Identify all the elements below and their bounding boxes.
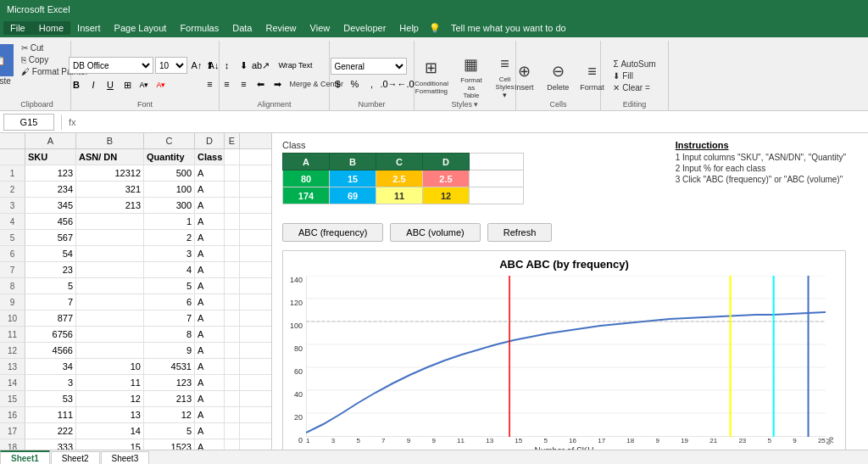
menu-file[interactable]: File — [3, 21, 32, 35]
row-num-5[interactable]: 5 — [0, 230, 25, 245]
cell-asn-16[interactable]: 13 — [76, 407, 144, 422]
cell-e-5[interactable] — [225, 230, 240, 245]
cell-e-7[interactable] — [225, 262, 240, 277]
cell-asn-18[interactable]: 15 — [76, 439, 144, 450]
cell-class-11[interactable]: A — [195, 327, 225, 342]
currency-button[interactable]: $ — [331, 76, 346, 92]
row-num-10[interactable]: 10 — [0, 310, 25, 326]
cell-asn-13[interactable]: 10 — [76, 359, 144, 374]
cell-sku-13[interactable]: 34 — [25, 359, 76, 374]
sheet-tab-1[interactable]: Sheet1 — [0, 450, 50, 464]
cell-asn-7[interactable] — [76, 262, 144, 277]
cell-asn-header[interactable]: ASN/ DN — [76, 149, 144, 165]
cell-qty-14[interactable]: 123 — [144, 375, 195, 390]
cell-sku-4[interactable]: 456 — [25, 214, 76, 229]
col-header-b[interactable]: B — [76, 133, 144, 148]
col-header-c[interactable]: C — [144, 133, 195, 148]
col-header-d[interactable]: D — [195, 133, 225, 148]
cell-qty-2[interactable]: 100 — [144, 182, 195, 197]
border-button[interactable]: ⊞ — [120, 77, 135, 92]
menu-developer[interactable]: Developer — [337, 21, 392, 35]
row-num-14[interactable]: 14 — [0, 375, 25, 390]
delete-cells-button[interactable]: ⊖ Delete — [542, 57, 574, 94]
menu-home[interactable]: Home — [32, 21, 70, 35]
menu-review[interactable]: Review — [259, 21, 303, 35]
cell-e-9[interactable] — [225, 294, 240, 310]
cell-e-18[interactable] — [225, 439, 240, 450]
cell-class-1[interactable]: A — [195, 165, 225, 181]
cell-class-16[interactable]: A — [195, 407, 225, 422]
menu-tell-me[interactable]: Tell me what you want to do — [444, 21, 573, 35]
increase-decimal[interactable]: .0→ — [381, 76, 397, 92]
align-center[interactable]: ≡ — [220, 76, 235, 92]
cell-sku-16[interactable]: 111 — [25, 407, 76, 422]
cell-class-header[interactable]: Class — [195, 149, 225, 165]
row-num-1[interactable]: 1 — [0, 165, 25, 181]
font-name-select[interactable]: DB Office — [69, 57, 153, 74]
cell-class-10[interactable]: A — [195, 310, 225, 326]
cell-qty-4[interactable]: 1 — [144, 214, 195, 229]
cell-asn-1[interactable]: 12312 — [76, 165, 144, 181]
cell-sku-6[interactable]: 54 — [25, 246, 76, 261]
percent-button[interactable]: % — [348, 76, 363, 92]
align-middle[interactable]: ↕ — [220, 58, 235, 73]
cell-e-10[interactable] — [225, 310, 240, 326]
col-header-e[interactable]: E — [225, 133, 240, 148]
fill-color-button[interactable]: A▾ — [136, 77, 152, 92]
cell-class-14[interactable]: A — [195, 375, 225, 390]
cell-asn-3[interactable]: 213 — [76, 198, 144, 213]
cell-asn-10[interactable] — [76, 310, 144, 326]
cell-qty-9[interactable]: 6 — [144, 294, 195, 310]
cell-sku-3[interactable]: 345 — [25, 198, 76, 213]
autosum-button[interactable]: Σ AutoSum — [610, 59, 658, 70]
cell-sku-17[interactable]: 222 — [25, 423, 76, 439]
cell-asn-6[interactable] — [76, 246, 144, 261]
cell-qty-15[interactable]: 213 — [144, 391, 195, 406]
row-num-13[interactable]: 13 — [0, 359, 25, 374]
cell-asn-15[interactable]: 12 — [76, 391, 144, 406]
cell-qty-16[interactable]: 12 — [144, 407, 195, 422]
cell-class-7[interactable]: A — [195, 262, 225, 277]
clear-button[interactable]: ✕ Clear = — [610, 82, 658, 93]
cell-e-3[interactable] — [225, 198, 240, 213]
row-num-8[interactable]: 8 — [0, 278, 25, 293]
row-num-16[interactable]: 16 — [0, 407, 25, 422]
cell-qty-3[interactable]: 300 — [144, 198, 195, 213]
cell-sku-18[interactable]: 333 — [25, 439, 76, 450]
align-right[interactable]: ≡ — [236, 76, 252, 92]
cell-qty-10[interactable]: 7 — [144, 310, 195, 326]
cell-class-2[interactable]: A — [195, 182, 225, 197]
font-color-button[interactable]: A▾ — [153, 77, 169, 92]
abc-frequency-button[interactable]: ABC (frequency) — [282, 223, 383, 242]
cell-class-17[interactable]: A — [195, 423, 225, 439]
cell-e-header[interactable] — [225, 149, 240, 165]
menu-insert[interactable]: Insert — [70, 21, 108, 35]
abc-volume-button[interactable]: ABC (volume) — [390, 223, 480, 242]
cell-class-9[interactable]: A — [195, 294, 225, 310]
cell-e-13[interactable] — [225, 359, 240, 374]
row-num-11[interactable]: 11 — [0, 327, 25, 342]
conditional-formatting-button[interactable]: ⊞ Conditional Formatting — [409, 53, 453, 98]
formula-input[interactable] — [80, 114, 865, 131]
cell-qty-6[interactable]: 3 — [144, 246, 195, 261]
row-num-3[interactable]: 3 — [0, 198, 25, 213]
cell-qty-5[interactable]: 2 — [144, 230, 195, 245]
cell-e-2[interactable] — [225, 182, 240, 197]
cell-qty-17[interactable]: 5 — [144, 423, 195, 439]
row-num-9[interactable]: 9 — [0, 294, 25, 310]
cell-sku-7[interactable]: 23 — [25, 262, 76, 277]
cell-class-12[interactable]: A — [195, 343, 225, 358]
cell-class-4[interactable]: A — [195, 214, 225, 229]
row-num-17[interactable]: 17 — [0, 423, 25, 439]
fx-label[interactable]: fx — [69, 117, 76, 127]
row-num-header[interactable] — [0, 149, 25, 165]
row-num-15[interactable]: 15 — [0, 391, 25, 406]
number-format-select[interactable]: General — [331, 58, 407, 75]
cell-qty-11[interactable]: 8 — [144, 327, 195, 342]
sheet-tab-3[interactable]: Sheet3 — [101, 451, 150, 464]
cell-class-8[interactable]: A — [195, 278, 225, 293]
cell-e-4[interactable] — [225, 214, 240, 229]
cell-class-18[interactable]: A — [195, 439, 225, 450]
orientation[interactable]: ab↗ — [253, 58, 269, 73]
col-header-a[interactable]: A — [25, 133, 76, 148]
